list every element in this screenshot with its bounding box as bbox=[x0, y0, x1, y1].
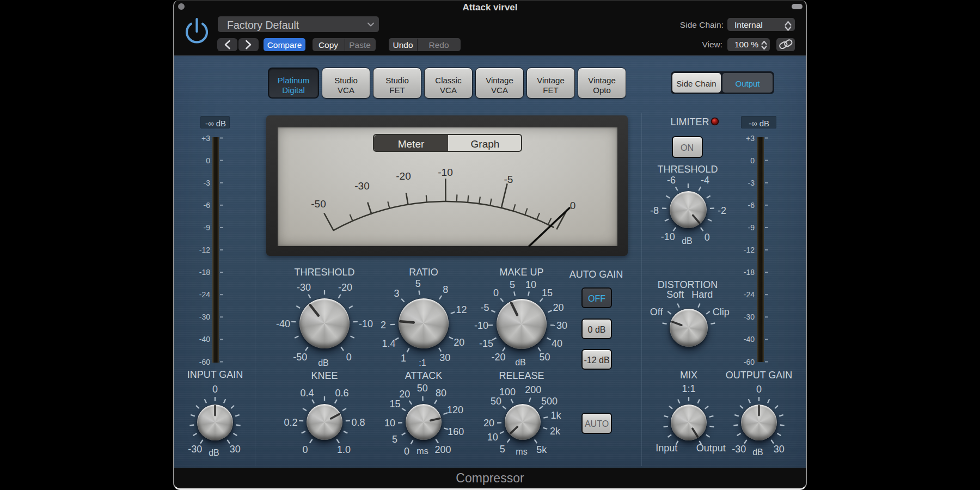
svg-text:100: 100 bbox=[499, 387, 516, 397]
svg-text:100 %: 100 % bbox=[734, 40, 758, 49]
svg-text:0: 0 bbox=[302, 444, 308, 455]
svg-text:-6: -6 bbox=[204, 201, 211, 210]
svg-text:ATTACK: ATTACK bbox=[405, 370, 442, 381]
svg-text:View:: View: bbox=[702, 40, 722, 49]
svg-text:Studio: Studio bbox=[385, 76, 409, 85]
svg-text:3: 3 bbox=[394, 288, 399, 299]
svg-text:0: 0 bbox=[404, 446, 409, 457]
svg-text:dB: dB bbox=[682, 236, 693, 246]
svg-text:-15: -15 bbox=[479, 338, 493, 349]
svg-text:-18: -18 bbox=[744, 268, 755, 277]
svg-text:RELEASE: RELEASE bbox=[499, 370, 544, 381]
svg-text:-10: -10 bbox=[661, 231, 675, 242]
svg-text:40: 40 bbox=[552, 338, 562, 349]
svg-text:-60: -60 bbox=[199, 358, 210, 366]
svg-text:-30: -30 bbox=[744, 313, 755, 321]
svg-text:ms: ms bbox=[416, 446, 428, 456]
svg-text:-5: -5 bbox=[504, 174, 513, 185]
svg-text:-40: -40 bbox=[276, 318, 290, 329]
svg-text:-3: -3 bbox=[204, 179, 211, 187]
svg-text:OFF: OFF bbox=[588, 294, 605, 303]
svg-text:2k: 2k bbox=[550, 426, 561, 437]
svg-text:ms: ms bbox=[516, 447, 527, 456]
svg-text:0: 0 bbox=[212, 384, 218, 395]
svg-text:-6: -6 bbox=[748, 201, 755, 210]
svg-text:-12: -12 bbox=[199, 246, 210, 254]
svg-text:-8: -8 bbox=[650, 205, 659, 216]
svg-text:dB: dB bbox=[318, 358, 329, 367]
svg-text:-24: -24 bbox=[744, 290, 755, 299]
svg-text:120: 120 bbox=[447, 405, 463, 415]
svg-text:Clip: Clip bbox=[713, 307, 730, 317]
svg-text:15: 15 bbox=[389, 399, 400, 409]
svg-text:-12: -12 bbox=[744, 246, 755, 254]
svg-text:0.2: 0.2 bbox=[284, 417, 297, 428]
svg-text:-50: -50 bbox=[311, 198, 326, 210]
svg-text:80: 80 bbox=[436, 388, 446, 399]
svg-text:VCA: VCA bbox=[491, 85, 508, 95]
svg-text:Paste: Paste bbox=[349, 40, 371, 50]
svg-text:160: 160 bbox=[448, 426, 464, 437]
svg-text:20: 20 bbox=[483, 418, 494, 428]
svg-text:Compressor: Compressor bbox=[456, 471, 524, 485]
svg-text:Graph: Graph bbox=[471, 138, 500, 150]
svg-text:5: 5 bbox=[510, 279, 515, 290]
svg-text:Studio: Studio bbox=[334, 76, 358, 85]
svg-text:-30: -30 bbox=[297, 282, 311, 293]
svg-text:-10: -10 bbox=[359, 318, 373, 329]
svg-text:0: 0 bbox=[206, 156, 210, 165]
svg-text:15: 15 bbox=[542, 287, 553, 298]
svg-text:-6: -6 bbox=[667, 175, 676, 186]
svg-text:Undo: Undo bbox=[393, 40, 413, 50]
svg-text:Side Chain: Side Chain bbox=[676, 79, 716, 88]
svg-text:Vintage: Vintage bbox=[486, 76, 513, 85]
svg-text:Side Chain:: Side Chain: bbox=[680, 20, 724, 29]
svg-text:Compare: Compare bbox=[267, 40, 302, 50]
svg-text:12: 12 bbox=[456, 304, 467, 315]
svg-text:Vintage: Vintage bbox=[537, 76, 565, 85]
svg-text:+3: +3 bbox=[201, 134, 210, 143]
svg-text:200: 200 bbox=[525, 384, 541, 395]
svg-text:THRESHOLD: THRESHOLD bbox=[294, 267, 354, 278]
svg-text:0: 0 bbox=[705, 232, 710, 243]
svg-text:0.6: 0.6 bbox=[335, 388, 348, 399]
svg-text:0.8: 0.8 bbox=[351, 417, 365, 428]
svg-text:-5: -5 bbox=[480, 302, 489, 313]
svg-text:-20: -20 bbox=[492, 352, 506, 363]
svg-text:FET: FET bbox=[543, 85, 558, 95]
svg-text:AUTO: AUTO bbox=[585, 419, 609, 428]
svg-text:0: 0 bbox=[750, 156, 755, 165]
svg-text:RATIO: RATIO bbox=[409, 267, 438, 278]
svg-text:0.4: 0.4 bbox=[301, 388, 314, 399]
svg-text:-3: -3 bbox=[748, 179, 755, 187]
svg-text:-30: -30 bbox=[188, 444, 202, 455]
svg-text:VCA: VCA bbox=[338, 85, 354, 95]
svg-text:0: 0 bbox=[493, 287, 499, 298]
svg-text:Classic: Classic bbox=[435, 76, 462, 85]
svg-text:AUTO GAIN: AUTO GAIN bbox=[569, 269, 623, 280]
svg-text:INPUT GAIN: INPUT GAIN bbox=[187, 369, 243, 380]
svg-text:-50: -50 bbox=[293, 352, 307, 363]
svg-text:Digital: Digital bbox=[282, 85, 305, 95]
svg-text:MAKE UP: MAKE UP bbox=[499, 267, 543, 278]
svg-text:-12 dB: -12 dB bbox=[584, 356, 609, 365]
svg-text:Copy: Copy bbox=[318, 40, 338, 50]
svg-text:10: 10 bbox=[525, 279, 536, 290]
svg-text:Hard: Hard bbox=[691, 289, 713, 300]
svg-text:Internal: Internal bbox=[734, 20, 763, 29]
svg-text:DISTORTION: DISTORTION bbox=[658, 279, 718, 290]
svg-text:Output: Output bbox=[735, 79, 760, 88]
svg-text:0: 0 bbox=[756, 384, 762, 395]
svg-text:Output: Output bbox=[696, 443, 726, 454]
svg-text:Opto: Opto bbox=[593, 85, 611, 95]
svg-text:-4: -4 bbox=[701, 175, 709, 186]
svg-text:MIX: MIX bbox=[680, 370, 697, 381]
svg-text:-∞ dB: -∞ dB bbox=[749, 119, 769, 128]
svg-text::1: :1 bbox=[419, 358, 426, 367]
svg-text:-9: -9 bbox=[204, 223, 211, 232]
svg-text:30: 30 bbox=[439, 352, 450, 363]
svg-text:30: 30 bbox=[230, 444, 241, 455]
svg-text:Soft: Soft bbox=[666, 289, 684, 300]
svg-text:1.4: 1.4 bbox=[382, 338, 395, 349]
svg-text:dB: dB bbox=[209, 448, 219, 457]
